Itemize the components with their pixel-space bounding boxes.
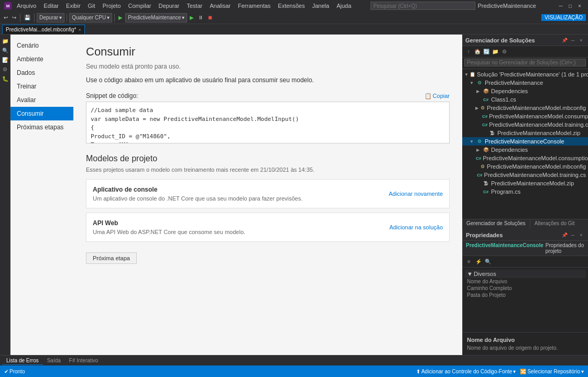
se-btn-4[interactable]: 📁 — [491, 48, 499, 56]
menu-git[interactable]: Git — [85, 2, 99, 10]
console-app-desc: Um aplicativo de console do .NET Core qu… — [93, 195, 302, 202]
tree-consumption2[interactable]: C# PredictiveMaintenanceModel.consumptio… — [462, 154, 588, 162]
props-min-btn[interactable]: ─ — [569, 231, 576, 239]
se-btn-1[interactable]: ↑ — [464, 48, 473, 56]
tree-zip1[interactable]: 🗜 PredictiveMaintenanceModel.zip — [462, 129, 588, 137]
tree-dependencies-1[interactable]: ▶ 📦 Dependencies — [462, 87, 588, 95]
nav-proximas[interactable]: Próximas etapas — [10, 120, 73, 134]
console-app-action[interactable]: Adicionar novamente — [389, 191, 443, 197]
menu-extensoes[interactable]: Extensões — [275, 2, 308, 10]
search-input[interactable] — [373, 3, 473, 9]
stop-btn[interactable]: ⏹ — [206, 14, 214, 21]
nav-dados[interactable]: Dados — [10, 66, 73, 80]
menu-testar[interactable]: Testar — [183, 2, 205, 10]
tree-solution[interactable]: ▼ 📋 Solução 'PredictiveMaintenance' (1 d… — [462, 70, 588, 79]
menu-ferramentas[interactable]: Ferramentas — [235, 2, 274, 10]
deps-icon-2: 📦 — [482, 146, 489, 153]
run-btn[interactable]: ▶ — [188, 14, 195, 21]
tree-pm-project[interactable]: ▼ ⚙ PredictiveMaintenance — [462, 79, 588, 87]
status-repo[interactable]: 🔀 Selecionar Repositório ▾ — [520, 369, 584, 374]
menu-analisar[interactable]: Analisar — [206, 2, 234, 10]
project-dropdown[interactable]: PredictiveMaintenance ▾ — [125, 13, 187, 23]
nav-avaliar[interactable]: Avaliar — [10, 93, 73, 107]
visualization-btn[interactable]: VISUALIZAÇÃO — [541, 14, 586, 21]
menu-projeto[interactable]: Projeto — [100, 2, 124, 10]
tree-class1[interactable]: C# Class1.cs — [462, 95, 588, 104]
props-close-btn[interactable]: × — [578, 231, 585, 239]
menu-arquivo[interactable]: Arquivo — [14, 2, 39, 10]
nav-cenario[interactable]: Cenário — [10, 39, 73, 52]
class1-label: Class1.cs — [491, 96, 516, 103]
web-api-action[interactable]: Adicionar na solução — [389, 224, 443, 230]
close-button[interactable]: × — [575, 2, 584, 9]
nav-ambiente[interactable]: Ambiente — [10, 52, 73, 66]
pause-btn[interactable]: ⏸ — [197, 14, 205, 21]
side-icon-settings[interactable]: ⚙ — [1, 65, 9, 73]
side-icon-explorer[interactable]: 📁 — [1, 37, 9, 45]
expand-icon: ▼ — [469, 139, 475, 144]
tree-training1[interactable]: C# PredictiveMaintenanceModel.training.c… — [462, 120, 588, 129]
separator-2 — [34, 14, 35, 22]
status-source-control[interactable]: ⬆ Adicionar ao Controle do Código-Fonte … — [416, 369, 516, 374]
tab-git[interactable]: Alterações do Git — [530, 219, 579, 229]
zip1-label: PredictiveMaintenanceModel.zip — [497, 130, 580, 136]
minimize-button[interactable]: ─ — [557, 2, 565, 9]
bottom-tabs: Lista de Erros Saída F# Interativo — [0, 355, 588, 365]
tree-console-project[interactable]: ▼ ⚙ PredictiveMaintenanceConsole — [462, 137, 588, 146]
se-btn-5[interactable]: ⚙ — [500, 48, 508, 56]
toolbar-save[interactable]: 💾 — [23, 14, 32, 21]
start-btn[interactable]: ▶ — [117, 14, 124, 21]
tree-zip2[interactable]: 🗜 PredictiveMaintenanceModel.zip — [462, 179, 588, 187]
bottom-tab-output[interactable]: Saída — [43, 357, 65, 364]
toolbar-undo[interactable]: ↩ — [2, 14, 9, 21]
se-minimize-btn[interactable]: ─ — [569, 37, 576, 44]
toolbar-redo[interactable]: ↪ — [10, 14, 18, 21]
side-icons: 📁 🔍 📝 ⚙ 🐛 — [0, 35, 10, 355]
tree-program[interactable]: C# Program.cs — [462, 187, 588, 196]
tree-mbconfig[interactable]: ▶ ⚙ PredictiveMaintenanceModel.mbconfig — [462, 104, 588, 112]
tab-se[interactable]: Gerenciador de Soluções — [462, 219, 530, 229]
search-box[interactable] — [371, 2, 475, 10]
menu-ajuda[interactable]: Ajuda — [333, 2, 354, 10]
menu-depurar[interactable]: Depurar — [156, 2, 183, 10]
se-search-input[interactable] — [464, 59, 586, 66]
status-right: ⬆ Adicionar ao Controle do Código-Fonte … — [416, 369, 584, 374]
side-icon-notes[interactable]: 📝 — [1, 56, 9, 64]
deps2-label: Dependencies — [491, 147, 528, 153]
menu-exibir[interactable]: Exibir — [63, 2, 84, 10]
code-line-2: var sampleData = new PredictiveMaintenan… — [91, 115, 445, 124]
models-desc: Esses projetos usaram o modelo com trein… — [86, 167, 450, 173]
se-close-btn[interactable]: × — [578, 37, 585, 44]
tree-dependencies-2[interactable]: ▶ 📦 Dependencies — [462, 146, 588, 154]
se-tree: ▼ 📋 Solução 'PredictiveMaintenance' (1 d… — [462, 69, 588, 219]
next-step-button[interactable]: Próxima etapa — [86, 252, 137, 264]
side-icon-debug[interactable]: 🐛 — [1, 74, 9, 83]
tab-close-icon[interactable]: × — [79, 27, 81, 32]
debug-dropdown[interactable]: Depurar ▾ — [37, 13, 64, 23]
content-area: Cenário Ambiente Dados Treinar Avaliar C… — [10, 35, 462, 355]
bottom-tab-errors[interactable]: Lista de Erros — [2, 357, 43, 365]
cpu-dropdown[interactable]: Qualquer CPU ▾ — [69, 13, 112, 23]
menu-janela[interactable]: Janela — [309, 2, 332, 10]
bottom-tab-fsharp[interactable]: F# Interativo — [65, 357, 103, 364]
tree-mbconfig2[interactable]: ⚙ PredictiveMaintenanceModel.mbconfig — [462, 162, 588, 171]
maximize-button[interactable]: □ — [566, 2, 574, 9]
nav-consumir[interactable]: Consumir — [10, 107, 73, 120]
copy-button[interactable]: 📋 Copiar — [424, 93, 450, 99]
props-btn-2[interactable]: ⚡ — [474, 258, 483, 266]
tree-training2[interactable]: C# PredictiveMaintenanceModel.training.c… — [462, 171, 588, 179]
console-icon: ⚙ — [476, 138, 483, 145]
se-toolbar: ↑ 🏠 🔄 📁 ⚙ — [462, 46, 588, 58]
se-btn-3[interactable]: 🔄 — [482, 48, 491, 56]
menu-compilar[interactable]: Compilar — [125, 2, 154, 10]
props-btn-1[interactable]: ≡ — [465, 258, 473, 266]
nav-treinar[interactable]: Treinar — [10, 80, 73, 93]
se-btn-2[interactable]: 🏠 — [473, 48, 482, 56]
se-pin-btn[interactable]: 📌 — [561, 37, 568, 44]
props-btn-3[interactable]: 🔍 — [484, 258, 492, 266]
tree-consumption1[interactable]: C# PredictiveMaintenanceModel.consumptio… — [462, 112, 588, 120]
active-tab[interactable]: PredictiveMai...odel.mbconfig* × — [2, 25, 85, 34]
props-pin-btn[interactable]: 📌 — [561, 231, 568, 239]
side-icon-search[interactable]: 🔍 — [1, 46, 9, 54]
menu-editar[interactable]: Editar — [40, 2, 62, 10]
